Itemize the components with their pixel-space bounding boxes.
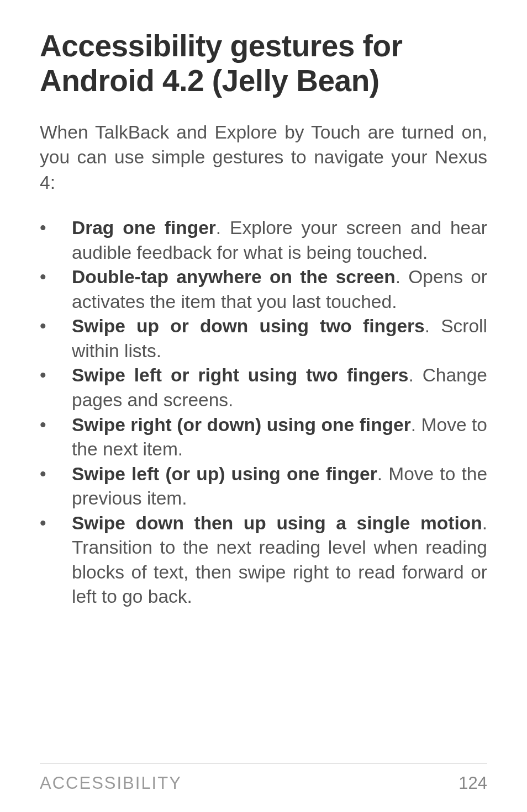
page-title: Accessibility gestures for Android 4.2 (… [40,29,487,99]
document-page: Accessibility gestures for Android 4.2 (… [0,0,527,812]
page-footer: ACCESSIBILITY 124 [40,763,487,812]
list-item: Swipe left or right using two fingers. C… [40,363,487,412]
list-item-bold: Swipe right (or down) using one finger [72,415,411,435]
list-item-bold: Swipe up or down using two fingers [72,316,425,336]
page-content: Accessibility gestures for Android 4.2 (… [40,29,487,763]
list-item-bold: Swipe down then up using a single motion [72,513,482,533]
list-item: Swipe up or down using two fingers. Scro… [40,314,487,363]
footer-section-label: ACCESSIBILITY [40,773,182,793]
list-item: Swipe right (or down) using one finger. … [40,413,487,462]
list-item-bold: Double-tap anywhere on the screen [72,267,396,287]
intro-paragraph: When TalkBack and Explore by Touch are t… [40,120,487,195]
list-item: Double-tap anywhere on the screen. Opens… [40,265,487,314]
list-item-bold: Swipe left (or up) using one finger [72,464,377,484]
list-item-bold: Swipe left or right using two fingers [72,365,408,385]
list-item-bold: Drag one finger [72,217,216,238]
list-item: Swipe down then up using a single motion… [40,511,487,609]
footer-page-number: 124 [459,773,487,793]
list-item: Swipe left (or up) using one finger. Mov… [40,462,487,511]
list-item: Drag one finger. Explore your screen and… [40,216,487,265]
gesture-list: Drag one finger. Explore your screen and… [40,216,487,609]
